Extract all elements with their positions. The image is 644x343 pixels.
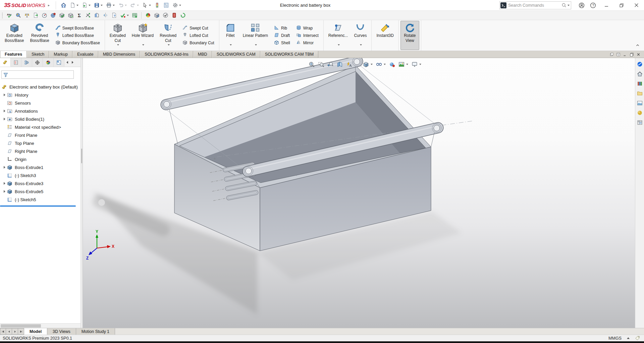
last-frame-button[interactable] [18, 328, 24, 335]
panel-tab-dimxpertmanager[interactable] [32, 58, 43, 67]
draft-button[interactable]: Draft [272, 32, 292, 39]
hole-wizard-caret[interactable] [141, 44, 144, 46]
options-caret-icon[interactable] [179, 5, 181, 6]
tab-solidworks-cam-tbm[interactable]: SOLIDWORKS CAM TBM [260, 51, 319, 58]
display-style-icon[interactable] [363, 61, 373, 68]
ribbon-collapse-icon[interactable] [635, 43, 640, 49]
curves-button[interactable]: Curves [351, 21, 370, 50]
first-frame-button[interactable] [0, 328, 6, 335]
tab-markup[interactable]: Markup [49, 51, 72, 58]
display-style-caret-icon[interactable] [371, 64, 373, 65]
tree-item-history[interactable]: History [0, 91, 80, 99]
tree-item-origin[interactable]: Origin [0, 155, 80, 163]
simulation-icon[interactable] [170, 12, 178, 19]
intersect-button[interactable]: Intersect [294, 32, 320, 39]
tab-model[interactable]: Model [24, 328, 47, 335]
design-checker-caret-icon[interactable] [127, 15, 129, 16]
custom-properties-icon[interactable] [637, 120, 643, 125]
account-icon[interactable] [576, 0, 587, 10]
options-icon[interactable] [171, 1, 182, 10]
tree-horizontal-scrollbar[interactable] [0, 323, 80, 328]
linear-pattern-button[interactable]: Linear Pattern [240, 21, 271, 50]
search-commands-input[interactable] [508, 3, 561, 8]
hide-annotations-icon[interactable]: A [346, 61, 353, 68]
linear-pattern-caret-icon[interactable] [255, 44, 257, 46]
spell-checker-icon[interactable]: Abc [5, 12, 14, 19]
tree-item-sensors[interactable]: Sensors [0, 99, 80, 107]
graphics-area[interactable]: A [83, 58, 635, 328]
redo-icon[interactable] [129, 1, 140, 10]
tree-filter-box[interactable] [1, 70, 74, 79]
boundary-boss-base-button[interactable]: Boundary Boss/Base [54, 40, 102, 46]
tab-solidworks-cam[interactable]: SOLIDWORKS CAM [212, 51, 260, 58]
shell-button[interactable]: Shell [272, 40, 292, 46]
tree-item-boss-extrude3[interactable]: Boss-Extrude3 [0, 179, 80, 187]
print-icon[interactable] [105, 1, 116, 10]
extruded-boss-base-button[interactable]: ExtrudedBoss/Base [2, 21, 27, 50]
extruded-cut-caret-icon[interactable] [117, 44, 119, 46]
expand-arrow-icon[interactable] [2, 94, 7, 96]
undo-icon[interactable] [117, 1, 128, 10]
toolbar-grip[interactable] [2, 12, 3, 18]
fillet-caret[interactable] [229, 44, 232, 46]
new-document-caret-icon[interactable] [76, 5, 78, 6]
previous-frame-button[interactable] [6, 328, 12, 335]
referenc-button[interactable]: Referenc... [325, 21, 351, 50]
search-commands-box[interactable] [499, 1, 571, 9]
referenc-caret-icon[interactable] [338, 44, 340, 46]
view-palette-icon[interactable] [637, 100, 643, 106]
revolved-cut-caret[interactable] [167, 44, 170, 46]
sustainability-icon[interactable] [179, 12, 187, 19]
tab-3d-views[interactable]: 3D Views [47, 328, 76, 335]
curves-caret-icon[interactable] [360, 44, 362, 46]
expand-arrow-icon[interactable] [2, 118, 7, 120]
lofted-boss-base-button[interactable]: Lofted Boss/Base [54, 32, 102, 39]
hole-wizard-caret-icon[interactable] [142, 44, 144, 46]
undo-caret-icon[interactable] [125, 5, 127, 6]
file-explorer-icon[interactable] [637, 91, 643, 96]
check-circle-icon[interactable] [161, 12, 170, 19]
tab-motion-study-1[interactable]: Motion Study 1 [76, 328, 115, 335]
apply-scene-icon[interactable] [398, 61, 409, 68]
panel-tab-propertymanager[interactable] [11, 58, 21, 67]
tree-item-right-plane[interactable]: Right Plane [0, 147, 80, 155]
home-icon[interactable] [59, 1, 68, 10]
save-icon[interactable] [93, 1, 104, 10]
panel-tab-scroll-right-icon[interactable] [70, 58, 75, 67]
tab-mbd[interactable]: MBD [193, 51, 212, 58]
zoom-fit-icon[interactable] [308, 61, 315, 68]
revolved-cut-caret-icon[interactable] [168, 44, 170, 46]
3dexperience-icon[interactable] [637, 61, 643, 67]
minimize-button[interactable] [599, 0, 614, 10]
appearances-scenes-icon[interactable] [637, 110, 643, 116]
scrollbar-thumb[interactable] [1, 324, 41, 328]
rotate-view-button[interactable]: RotateView [400, 21, 419, 50]
fillet-button[interactable]: Fillet [221, 21, 240, 50]
mass-properties-icon[interactable] [23, 12, 31, 19]
panel-tab-displaymanager[interactable] [43, 58, 54, 67]
panel-splitter[interactable] [80, 58, 83, 328]
rollback-bar[interactable] [0, 206, 76, 207]
rib-button[interactable]: Rib [272, 25, 292, 32]
magnified-selection-icon[interactable] [14, 12, 22, 19]
import-diagnostics-icon[interactable]: ? [110, 12, 118, 19]
performance-evaluation-icon[interactable] [40, 12, 49, 19]
swept-boss-base-button[interactable]: Swept Boss/Base [54, 25, 102, 32]
symmetry-check-icon[interactable] [101, 12, 110, 19]
curvature-icon[interactable] [144, 12, 152, 19]
tree-item-annotations[interactable]: AAnnotations [0, 107, 80, 115]
next-frame-button[interactable] [12, 328, 18, 335]
rebuild-icon[interactable] [153, 1, 161, 10]
expand-arrow-icon[interactable] [2, 110, 7, 112]
minimize-doc-icon[interactable] [623, 52, 627, 57]
file-properties-icon[interactable] [162, 1, 170, 10]
deviation-analysis-icon[interactable] [84, 12, 92, 19]
view-settings-icon[interactable] [411, 61, 422, 68]
model-electronic-battery-box[interactable]: Y X Z [83, 58, 635, 328]
instant3d-button[interactable]: Instant3D [373, 21, 396, 50]
design-checker-icon[interactable] [119, 12, 130, 19]
expand-arrow-icon[interactable] [2, 182, 7, 185]
revolved-boss-base-button[interactable]: RevolvedBoss/Base [27, 21, 52, 50]
view-settings-caret-icon[interactable] [419, 64, 421, 65]
edit-appearance-icon[interactable] [389, 61, 395, 68]
